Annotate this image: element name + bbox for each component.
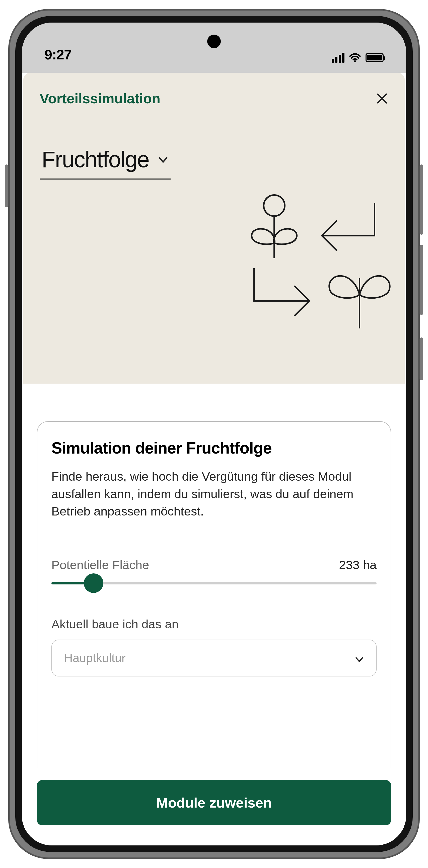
svg-point-0 [354, 60, 356, 62]
close-button[interactable] [376, 92, 388, 105]
svg-point-1 [264, 195, 285, 216]
area-slider-block: Potentielle Fläche 233 ha [51, 558, 377, 584]
module-dropdown-label: Fruchtfolge [41, 147, 149, 173]
hero-panel: Vorteilssimulation Fruchtfolge [23, 73, 405, 383]
chevron-down-icon [158, 154, 169, 165]
select-placeholder: Hauptkultur [64, 651, 125, 665]
camera-punch-hole [207, 35, 221, 48]
battery-icon [366, 53, 383, 62]
slider-label: Potentielle Fläche [51, 558, 149, 572]
crop-rotation-illustration [234, 188, 395, 329]
content-area: Simulation deiner Fruchtfolge Finde hera… [22, 383, 406, 845]
assign-modules-button[interactable]: Module zuweisen [37, 780, 391, 826]
phone-side-button [420, 338, 423, 380]
status-time: 9:27 [45, 46, 72, 63]
simulation-card: Simulation deiner Fruchtfolge Finde hera… [37, 421, 391, 807]
slider-thumb[interactable] [84, 574, 103, 593]
chevron-down-icon [354, 653, 364, 663]
card-title: Simulation deiner Fruchtfolge [51, 439, 377, 457]
cta-dock: Module zuweisen [22, 780, 406, 826]
page-title: Vorteilssimulation [40, 90, 160, 106]
phone-frame: 9:27 Vorteilssimulation [8, 9, 420, 859]
phone-side-button [420, 245, 423, 315]
card-description: Finde heraus, wie hoch die Vergütung für… [51, 468, 377, 520]
phone-side-button [5, 164, 8, 207]
phone-side-button [420, 164, 423, 235]
crop-field-label: Aktuell baue ich das an [51, 617, 377, 631]
area-slider[interactable] [51, 582, 377, 584]
cellular-signal-icon [332, 53, 344, 63]
slider-value: 233 ha [339, 558, 377, 572]
module-dropdown[interactable]: Fruchtfolge [40, 142, 171, 180]
app-surface: Vorteilssimulation Fruchtfolge [22, 73, 406, 845]
main-crop-select[interactable]: Hauptkultur [51, 640, 377, 677]
wifi-icon [349, 53, 361, 62]
